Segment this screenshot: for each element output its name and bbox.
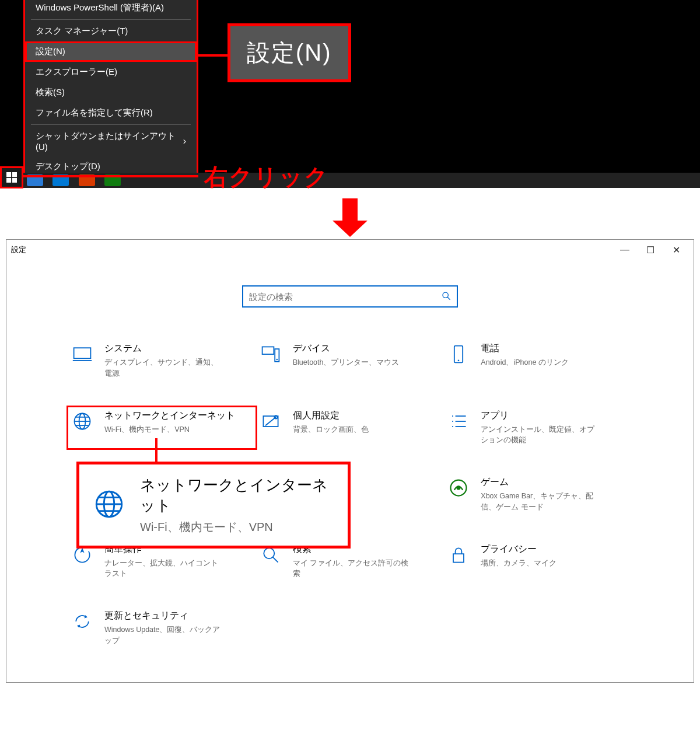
cat-subtitle: 背景、ロック画面、色 <box>293 424 369 435</box>
cat-subtitle: Windows Update、回復、バックアップ <box>104 624 221 647</box>
svg-rect-3 <box>12 178 17 183</box>
personalization-icon <box>259 410 282 433</box>
cat-subtitle: ディスプレイ、サウンド、通知、電源 <box>104 357 221 379</box>
cat-subtitle: Bluetooth、プリンター、マウス <box>293 357 400 368</box>
svg-rect-1 <box>12 172 17 177</box>
titlebar: 設定 ― ☐ ✕ <box>6 240 694 260</box>
svg-rect-6 <box>74 348 91 358</box>
annotation-callout-network: ネットワークとインターネット Wi-Fi、機内モード、VPN <box>76 462 351 549</box>
cat-subtitle: Wi-Fi、機内モード、VPN <box>104 424 221 435</box>
cat-subtitle: ナレーター、拡大鏡、ハイコントラスト <box>104 558 221 580</box>
ctx-item-search[interactable]: 検索(S) <box>25 82 197 103</box>
close-button[interactable]: ✕ <box>663 244 689 256</box>
svg-point-19 <box>274 415 277 418</box>
winx-context-menu: Windows PowerShell (管理者)(A) タスク マネージャー(T… <box>23 0 198 180</box>
cat-title: システム <box>104 343 221 355</box>
callout-subtitle: Wi-Fi、機内モード、VPN <box>140 519 335 535</box>
cat-title: デバイス <box>293 343 400 355</box>
settings-category-privacy[interactable]: プライバシー場所、カメラ、マイク <box>447 543 629 580</box>
ctx-item-explorer[interactable]: エクスプローラー(E) <box>25 62 197 82</box>
svg-point-10 <box>276 359 278 361</box>
cat-subtitle: Android、iPhone のリンク <box>481 357 568 368</box>
annotation-callout-settings: 設定(N) <box>228 23 351 82</box>
settings-category-update[interactable]: 更新とセキュリティWindows Update、回復、バックアップ <box>71 610 253 647</box>
annotation-connector <box>23 175 198 177</box>
annotation-right-click-label: 右クリック <box>204 161 329 193</box>
cat-title: ネットワークとインターネット <box>104 410 235 422</box>
cat-subtitle: 場所、カメラ、マイク <box>481 558 556 569</box>
window-title: 設定 <box>11 244 26 255</box>
settings-category-system[interactable]: システムディスプレイ、サウンド、通知、電源 <box>71 343 253 379</box>
annotation-connector <box>198 54 228 57</box>
globe-icon <box>92 487 126 523</box>
settings-category-apps[interactable]: アプリアンインストール、既定値、オプションの機能 <box>447 410 629 446</box>
ctx-label: シャットダウンまたはサインアウト(U) <box>36 131 183 152</box>
search-input[interactable] <box>249 292 436 302</box>
search-icon <box>442 291 451 302</box>
gaming-icon <box>447 476 470 499</box>
svg-rect-31 <box>453 554 464 562</box>
cat-subtitle: アンインストール、既定値、オプションの機能 <box>481 424 597 446</box>
ctx-item-task-manager[interactable]: タスク マネージャー(T) <box>25 21 197 41</box>
svg-point-12 <box>458 359 460 361</box>
svg-rect-8 <box>262 347 274 354</box>
svg-point-4 <box>443 292 448 298</box>
system-icon <box>71 343 94 366</box>
devices-icon <box>259 343 282 366</box>
cat-title: プライバシー <box>481 543 556 556</box>
ctx-item-run[interactable]: ファイル名を指定して実行(R) <box>25 103 197 123</box>
cat-title: 更新とセキュリティ <box>104 610 221 622</box>
svg-point-27 <box>457 485 461 490</box>
ctx-label: ファイル名を指定して実行(R) <box>36 107 153 118</box>
settings-search[interactable] <box>242 285 458 308</box>
update-icon <box>71 610 94 633</box>
windows-logo-icon <box>6 172 17 183</box>
ctx-item-powershell-admin[interactable]: Windows PowerShell (管理者)(A) <box>25 0 197 18</box>
ctx-item-settings[interactable]: 設定(N) <box>25 41 197 62</box>
chevron-right-icon: › <box>183 136 186 146</box>
annotation-connector <box>155 438 158 463</box>
ctx-label: 検索(S) <box>36 87 65 98</box>
svg-rect-2 <box>6 178 11 183</box>
settings-category-phone[interactable]: 電話Android、iPhone のリンク <box>447 343 629 379</box>
apps-icon <box>447 410 470 433</box>
cat-title: 電話 <box>481 343 568 355</box>
cat-title: 個人用設定 <box>293 410 369 422</box>
minimize-button[interactable]: ― <box>612 244 638 255</box>
cat-title: アプリ <box>481 410 597 422</box>
lock-icon <box>447 543 470 567</box>
cat-subtitle: マイ ファイル、アクセス許可の検索 <box>293 558 410 580</box>
ctx-label: タスク マネージャー(T) <box>36 26 128 37</box>
svg-point-29 <box>264 548 274 558</box>
annotation-arrow <box>0 188 700 230</box>
arrow-down-icon <box>342 198 358 222</box>
svg-rect-0 <box>6 172 11 177</box>
phone-icon <box>447 343 470 366</box>
ctx-label: エクスプローラー(E) <box>36 67 117 78</box>
desktop-background: Windows PowerShell (管理者)(A) タスク マネージャー(T… <box>0 0 700 188</box>
maximize-button[interactable]: ☐ <box>638 244 663 256</box>
start-button[interactable] <box>0 166 23 188</box>
settings-category-devices[interactable]: デバイスBluetooth、プリンター、マウス <box>259 343 442 379</box>
cat-subtitle: Xbox Game Bar、キャプチャ、配信、ゲーム モード <box>481 491 597 513</box>
globe-icon <box>71 410 94 433</box>
ctx-divider <box>31 19 191 20</box>
ctx-label: 設定(N) <box>36 46 65 57</box>
cat-title: ゲーム <box>481 476 597 488</box>
ctx-divider <box>31 124 191 125</box>
settings-category-gaming[interactable]: ゲームXbox Game Bar、キャプチャ、配信、ゲーム モード <box>447 476 629 513</box>
settings-category-personalization[interactable]: 個人用設定背景、ロック画面、色 <box>259 410 442 446</box>
ctx-label: Windows PowerShell (管理者)(A) <box>36 2 164 13</box>
callout-title: ネットワークとインターネット <box>140 475 335 516</box>
ctx-item-shutdown[interactable]: シャットダウンまたはサインアウト(U)› <box>25 126 197 156</box>
settings-window: 設定 ― ☐ ✕ システムディスプレイ、サウンド、通知、電源 デバイスBluet… <box>6 239 694 683</box>
ctx-label: デスクトップ(D) <box>36 161 100 172</box>
svg-line-30 <box>272 557 278 562</box>
svg-line-5 <box>447 297 450 300</box>
settings-category-network[interactable]: ネットワークとインターネットWi-Fi、機内モード、VPN <box>66 406 257 450</box>
